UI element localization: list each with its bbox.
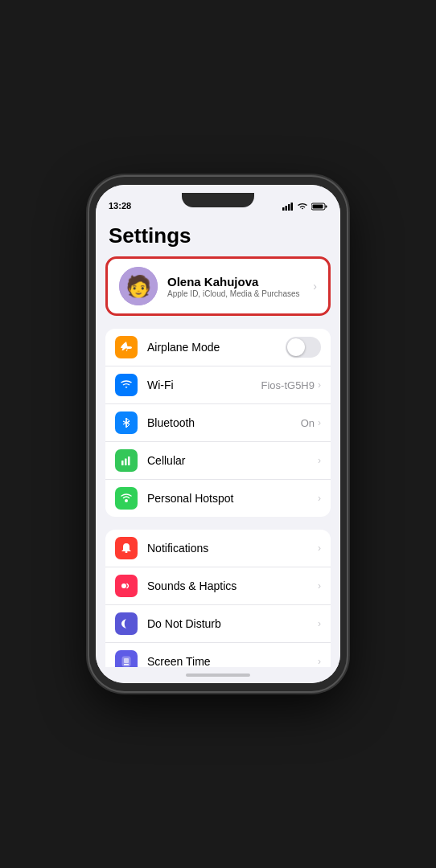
svg-rect-16 — [124, 658, 129, 663]
dnd-icon — [115, 612, 138, 635]
profile-name: Olena Kahujova — [167, 275, 308, 289]
row-screen-time[interactable]: Screen Time › — [105, 643, 331, 667]
cellular-icon — [115, 449, 138, 472]
status-time: 13:28 — [109, 201, 131, 211]
svg-point-12 — [125, 499, 128, 502]
row-sounds[interactable]: Sounds & Haptics › — [105, 567, 331, 605]
svg-text:🧑: 🧑 — [125, 273, 152, 299]
signal-icon — [282, 203, 294, 211]
svg-rect-11 — [128, 457, 130, 465]
wifi-icon — [115, 374, 138, 396]
battery-status-icon — [311, 203, 327, 211]
notifications-icon — [115, 537, 138, 559]
notifications-label: Notifications — [147, 542, 318, 555]
home-indicator — [186, 674, 250, 677]
airplane-mode-label: Airplane Mode — [147, 341, 286, 354]
row-notifications[interactable]: Notifications › — [105, 530, 331, 567]
svg-rect-1 — [286, 206, 288, 211]
hotspot-icon — [115, 487, 138, 510]
hotspot-chevron: › — [318, 493, 321, 504]
toggle-knob — [287, 338, 305, 356]
section-connectivity: Airplane Mode Wi-Fi Fios — [105, 329, 331, 517]
profile-subtitle: Apple ID, iCloud, Media & Purchases — [167, 289, 308, 298]
profile-info: Olena Kahujova Apple ID, iCloud, Media &… — [167, 275, 308, 298]
settings-scroll[interactable]: Settings 🧑 Olena Kahujova Apple ID, iClo… — [96, 214, 340, 667]
page-title: Settings — [96, 214, 340, 256]
airplane-mode-toggle[interactable] — [286, 337, 321, 358]
svg-rect-0 — [282, 207, 285, 211]
wifi-value: Fios-tG5H9 — [261, 379, 315, 391]
svg-rect-5 — [326, 206, 327, 208]
home-bar — [96, 667, 340, 683]
screen-time-icon — [115, 650, 138, 667]
wifi-status-icon — [297, 203, 308, 211]
hotspot-label: Personal Hotspot — [147, 492, 318, 505]
avatar: 🧑 — [119, 267, 158, 305]
svg-rect-17 — [124, 664, 129, 665]
svg-rect-3 — [291, 203, 294, 211]
svg-rect-10 — [125, 459, 127, 466]
phone-frame: 13:28 — [89, 177, 347, 691]
svg-rect-2 — [288, 204, 290, 211]
airplane-mode-icon — [115, 336, 138, 358]
row-airplane-mode[interactable]: Airplane Mode — [105, 329, 331, 366]
status-icons — [282, 203, 327, 211]
svg-point-14 — [121, 583, 126, 588]
notch — [182, 193, 254, 207]
bluetooth-chevron: › — [318, 417, 321, 428]
svg-rect-9 — [121, 461, 124, 465]
screen-time-label: Screen Time — [147, 655, 318, 667]
phone-screen: 13:28 — [96, 185, 340, 683]
sounds-icon — [115, 575, 138, 597]
cellular-label: Cellular — [147, 454, 318, 467]
bluetooth-label: Bluetooth — [147, 416, 301, 429]
row-wifi[interactable]: Wi-Fi Fios-tG5H9 › — [105, 366, 331, 404]
section-system1: Notifications › Sounds & Haptics › — [105, 530, 331, 667]
dnd-chevron: › — [318, 618, 321, 629]
bluetooth-value: On — [301, 417, 315, 429]
sounds-chevron: › — [318, 580, 321, 592]
bluetooth-icon — [115, 411, 138, 434]
row-personal-hotspot[interactable]: Personal Hotspot › — [105, 480, 331, 517]
dnd-label: Do Not Disturb — [147, 617, 318, 630]
sounds-label: Sounds & Haptics — [147, 579, 318, 592]
wifi-label: Wi-Fi — [147, 379, 261, 391]
profile-card[interactable]: 🧑 Olena Kahujova Apple ID, iCloud, Media… — [105, 256, 331, 316]
svg-rect-6 — [313, 205, 323, 209]
cellular-chevron: › — [318, 455, 321, 466]
row-do-not-disturb[interactable]: Do Not Disturb › — [105, 605, 331, 643]
svg-rect-13 — [125, 551, 128, 553]
screen-time-chevron: › — [318, 656, 321, 667]
row-cellular[interactable]: Cellular › — [105, 442, 331, 480]
wifi-chevron: › — [318, 379, 321, 391]
profile-chevron: › — [313, 280, 317, 293]
notifications-chevron: › — [318, 542, 321, 554]
row-bluetooth[interactable]: Bluetooth On › — [105, 404, 331, 442]
